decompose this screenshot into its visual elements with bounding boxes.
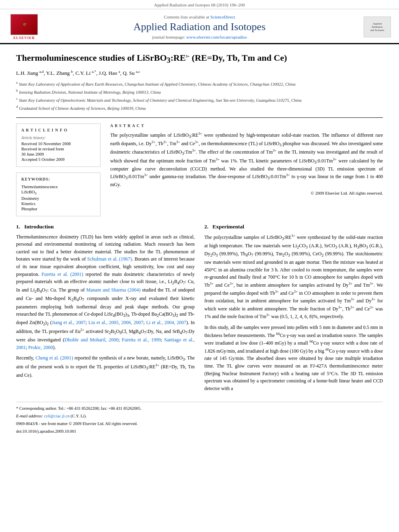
furetta2-link[interactable]: Furetta et al., 1999	[122, 337, 161, 343]
history-label: Article history:	[21, 136, 95, 140]
footnote-corresponding: * Corresponding author. Tel.: +86 431 85…	[16, 405, 383, 412]
journal-homepage: journal homepage: www.elsevier.com/locat…	[40, 35, 359, 39]
article-title-section: Thermoluminescence studies of LiSrBO3:RE…	[16, 44, 383, 118]
contents-available: Contents lists available at ScienceDirec…	[40, 14, 359, 19]
email-link[interactable]: cyli@ciac.jl.cn	[44, 414, 70, 418]
revised-date: 30 June 2009	[21, 152, 95, 156]
keyword-5: Phosphor	[21, 207, 95, 211]
article-info-title: A R T I C L E I N F O	[21, 128, 95, 132]
cheng-link[interactable]: Cheng et al. (2001)	[35, 355, 73, 361]
jiang-link[interactable]: Jiang et al., 2007	[52, 320, 86, 325]
sciencedirect-link[interactable]: ScienceDirect	[210, 14, 235, 19]
keywords-box: Keywords: Thermoluminescence LiSrBO3 Dos…	[16, 173, 101, 216]
journal-title-section: Contents lists available at ScienceDirec…	[40, 14, 359, 39]
footnote-issn: 0969-8043/$ - see front matter © 2009 El…	[16, 421, 383, 427]
accepted-date: Accepted 5 October 2009	[21, 157, 95, 162]
journal-logo-section: AppliedRadiationand Isotopes	[359, 16, 391, 37]
section1-heading: 1. Introduction	[16, 224, 195, 230]
article-title: Thermoluminescence studies of LiSrBO3:RE…	[16, 52, 383, 66]
revised-label: Received in revised form	[21, 147, 95, 151]
furetta-link[interactable]: Furetta et al. (2001)	[41, 271, 83, 277]
article-info-box: A R T I C L E I N F O Article history: R…	[16, 123, 101, 167]
elsevier-logo: 🌿 ELSEVIER	[8, 14, 40, 40]
schulman-link[interactable]: Schulman et al. (1967)	[87, 256, 132, 262]
affiliation-a: a State Key Laboratory of Application of…	[16, 80, 383, 87]
footnote-doi: doi:10.1016/j.apradiso.2009.10.001	[16, 428, 383, 435]
homepage-label: journal homepage:	[152, 35, 185, 39]
info-abstract-row: A R T I C L E I N F O Article history: R…	[16, 118, 383, 216]
affiliation-c: c State Key Laboratory of Optoelectronic…	[16, 96, 383, 103]
exp-para2: In this study, all the samples were pres…	[204, 324, 383, 392]
copyright: © 2009 Elsevier Ltd. All rights reserved…	[110, 191, 383, 195]
experimental-col: 2. Experimental The polycrystalline samp…	[204, 222, 383, 396]
prokic-link[interactable]: Prokic, 2000	[28, 345, 53, 350]
elsevier-logo-section: 🌿 ELSEVIER	[8, 14, 40, 40]
keywords-title: Keywords:	[21, 177, 95, 181]
keyword-4: Kinetics	[21, 201, 95, 206]
main-content: Thermoluminescence studies of LiSrBO3:RE…	[0, 44, 399, 434]
affiliations: a State Key Laboratory of Application of…	[16, 80, 383, 112]
keyword-3: Dosimetry	[21, 196, 95, 201]
keyword-2: LiSrBO3	[21, 190, 95, 195]
abstract-text: The polycrystalline samples of LiSrBO3:R…	[110, 131, 383, 189]
section1-number: 1.	[16, 224, 20, 230]
footnote-email: E-mail address: cyli@ciac.jl.cn (C.Y. Li…	[16, 413, 383, 419]
received-date: Received 10 November 2008	[21, 142, 95, 146]
exp-para1: The polycrystalline samples of LiSrBO3:R…	[204, 233, 383, 320]
elsevier-label: ELSEVIER	[13, 36, 35, 40]
top-bar: Applied Radiation and Isotopes 68 (2010)…	[0, 0, 399, 9]
footnote-section: * Corresponding author. Tel.: +86 431 85…	[16, 402, 383, 434]
keyword-1: Thermoluminescence	[21, 185, 95, 189]
intro-para2: Recently, Cheng et al. (2001) reported t…	[16, 354, 195, 379]
section2-number: 2.	[204, 224, 208, 230]
journal-header: 🌿 ELSEVIER Contents lists available at S…	[0, 9, 399, 44]
journal-title: Applied Radiation and Isotopes	[40, 21, 359, 33]
liu-link[interactable]: Liu et al., 2005, 2006, 2007	[88, 320, 144, 325]
dhoble-link[interactable]: Dhoble and Moharil, 2000	[64, 337, 118, 343]
body-content: 1. Introduction Thermoluminescence dosim…	[16, 216, 383, 435]
article-info-col: A R T I C L E I N F O Article history: R…	[16, 123, 101, 216]
section2-heading: 2. Experimental	[204, 224, 383, 230]
contents-text: Contents lists available at	[164, 14, 209, 19]
elsevier-logo-box: 🌿	[10, 14, 38, 35]
journal-citation: Applied Radiation and Isotopes 68 (2010)…	[154, 2, 245, 7]
affiliation-b: b Ionizing Radiation Division, National …	[16, 88, 383, 95]
affiliation-d: d Graduated School of Chinese Academy of…	[16, 104, 383, 111]
homepage-url[interactable]: www.elsevier.com/locate/apradiso	[186, 35, 247, 39]
abstract-title: A B S T R A C T	[110, 123, 383, 128]
journal-small-logo: AppliedRadiationand Isotopes	[364, 16, 391, 37]
manam-link[interactable]: Manam and Sharma (2004)	[86, 287, 141, 293]
li-link[interactable]: Li et al., 2004, 2007	[146, 320, 186, 325]
introduction-col: 1. Introduction Thermoluminescence dosim…	[16, 222, 195, 396]
abstract-col: A B S T R A C T The polycrystalline samp…	[110, 123, 383, 216]
intro-para1: Thermoluminescence dosimetry (TLD) has b…	[16, 233, 195, 351]
authors: L.H. Jiang a,d, Y.L. Zhang b, C.Y. Li a,…	[16, 70, 383, 76]
body-two-col: 1. Introduction Thermoluminescence dosim…	[16, 222, 383, 396]
